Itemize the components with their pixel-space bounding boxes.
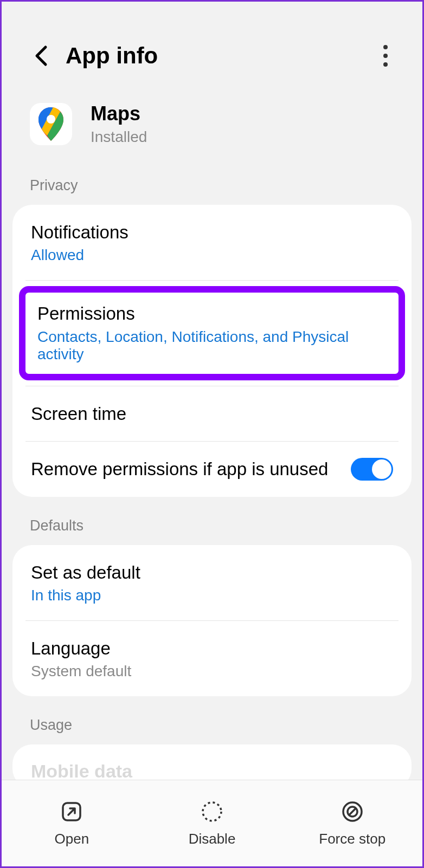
row-permissions[interactable]: Permissions Contacts, Location, Notifica… <box>25 293 399 373</box>
dashed-circle-icon <box>200 799 224 824</box>
row-remove-permissions[interactable]: Remove permissions if app is unused <box>12 442 412 497</box>
chevron-left-icon <box>34 45 48 67</box>
row-title: Set as default <box>31 561 393 584</box>
disable-button[interactable]: Disable <box>142 780 282 866</box>
force-stop-button[interactable]: Force stop <box>282 780 422 866</box>
app-icon <box>30 103 72 145</box>
row-title: Remove permissions if app is unused <box>31 458 340 480</box>
svg-line-5 <box>349 808 356 815</box>
section-header-usage: Usage <box>2 704 422 741</box>
row-language[interactable]: Language System default <box>12 621 412 696</box>
svg-point-0 <box>47 115 55 124</box>
row-title: Notifications <box>31 221 393 243</box>
row-title: Permissions <box>37 302 387 325</box>
back-button[interactable] <box>30 45 52 67</box>
svg-point-2 <box>203 802 221 821</box>
app-status: Installed <box>91 128 147 146</box>
dot-icon <box>383 54 388 58</box>
row-screen-time[interactable]: Screen time <box>12 386 412 441</box>
bottom-action-bar: Open Disable Force stop <box>2 780 422 866</box>
open-external-icon <box>59 799 84 824</box>
app-header: Maps Installed <box>2 87 422 164</box>
header: App info <box>2 2 422 87</box>
row-title: Language <box>31 637 393 659</box>
section-header-defaults: Defaults <box>2 504 422 542</box>
row-title: Screen time <box>31 403 393 425</box>
force-stop-label: Force stop <box>319 831 386 847</box>
section-header-privacy: Privacy <box>2 164 422 202</box>
force-stop-icon <box>340 799 365 824</box>
dot-icon <box>383 45 388 49</box>
highlight-permissions: Permissions Contacts, Location, Notifica… <box>19 286 405 380</box>
defaults-card: Set as default In this app Language Syst… <box>12 545 412 697</box>
overflow-menu-button[interactable] <box>375 41 396 71</box>
row-notifications[interactable]: Notifications Allowed <box>12 205 412 280</box>
privacy-card: Notifications Allowed Permissions Contac… <box>12 205 412 497</box>
row-value: System default <box>31 663 393 680</box>
row-value: In this app <box>31 587 393 604</box>
row-value: Contacts, Location, Notifications, and P… <box>37 328 387 363</box>
row-set-default[interactable]: Set as default In this app <box>12 545 412 620</box>
google-maps-pin-icon <box>38 107 63 141</box>
toggle-remove-permissions[interactable] <box>351 458 393 481</box>
open-label: Open <box>55 831 89 847</box>
row-value: Allowed <box>31 247 393 264</box>
divider <box>25 280 399 281</box>
page-title: App info <box>66 43 375 69</box>
disable-label: Disable <box>189 831 236 847</box>
dot-icon <box>383 62 388 67</box>
app-name: Maps <box>91 102 147 125</box>
open-button[interactable]: Open <box>2 780 142 866</box>
